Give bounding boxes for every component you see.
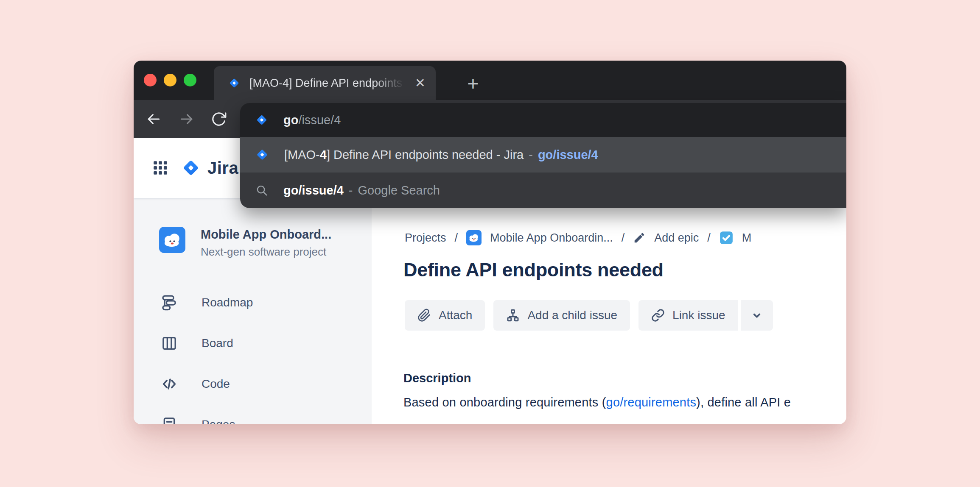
description-heading: Description (403, 371, 471, 385)
forward-icon[interactable] (179, 111, 195, 127)
attach-label: Attach (439, 309, 472, 322)
jira-favicon-icon (255, 148, 269, 161)
new-tab-button[interactable]: + (461, 72, 485, 95)
maximize-window-icon[interactable] (184, 74, 196, 86)
description-text: Based on onboarding requirements (go/req… (403, 395, 846, 409)
jira-favicon-icon (228, 77, 240, 89)
breadcrumb-project[interactable]: Mobile App Onboardin... (490, 231, 613, 245)
attach-button[interactable]: Attach (405, 300, 485, 331)
desktop-background: { "colors": { "page_background": "#fbe3e… (0, 0, 980, 487)
suggestion-url: go/issue/4 (538, 148, 598, 161)
sidebar-item-pages[interactable]: Pages (161, 415, 235, 424)
url-input[interactable]: go/issue/4 (240, 103, 846, 137)
project-subtitle: Next-gen software project (201, 245, 331, 259)
breadcrumb-separator: / (622, 231, 625, 245)
breadcrumb-separator: / (455, 231, 458, 245)
add-child-issue-label: Add a child issue (527, 309, 617, 322)
chevron-down-icon (750, 309, 763, 322)
project-name: Mobile App Onboard... (201, 228, 331, 242)
suggestion-google-search[interactable]: go/issue/4-Google Search (240, 173, 846, 208)
project-avatar-cloud-icon (466, 230, 482, 245)
url-completion-text: /issue/4 (298, 113, 341, 127)
link-issue-label: Link issue (672, 309, 725, 322)
breadcrumb-separator: / (707, 231, 711, 245)
tab-close-icon[interactable]: ✕ (415, 77, 426, 89)
suggestion-title-post: ] Define API endpoints needed - Jira (327, 148, 524, 161)
requirements-link[interactable]: go/requirements (606, 395, 697, 409)
reload-icon[interactable] (211, 111, 227, 127)
sidebar-item-label: Pages (202, 418, 235, 424)
issue-title: Define API endpoints needed (403, 259, 664, 281)
task-check-icon (719, 231, 734, 245)
tab-title: [MAO-4] Define API endpoints (249, 77, 409, 90)
link-icon (651, 309, 665, 322)
suggestion-text: [MAO-4] Define API endpoints needed - Ji… (284, 148, 598, 162)
close-window-icon[interactable] (144, 74, 157, 86)
pages-icon (161, 416, 178, 424)
suggestion-title-pre: [MAO- (284, 148, 320, 161)
breadcrumb-projects[interactable]: Projects (405, 231, 446, 245)
sidebar-item-label: Board (202, 337, 233, 350)
jira-favicon-icon (255, 114, 268, 126)
description-post: ), define all API e (696, 395, 791, 409)
search-icon (255, 184, 268, 197)
link-issue-button[interactable]: Link issue (638, 300, 738, 331)
suggestion-jira-issue[interactable]: [MAO-4] Define API endpoints needed - Ji… (240, 137, 846, 173)
sidebar-item-label: Roadmap (202, 296, 253, 309)
url-text: go/issue/4 (283, 113, 341, 127)
sidebar-item-board[interactable]: Board (161, 334, 233, 353)
url-typed-text: go (283, 113, 298, 127)
add-child-issue-button[interactable]: Add a child issue (493, 300, 630, 331)
sidebar-item-roadmap[interactable]: Roadmap (161, 293, 253, 312)
search-engine-label: Google Search (358, 184, 440, 197)
pencil-epic-icon (633, 231, 646, 244)
browser-tabstrip: [MAO-4] Define API endpoints ✕ + (134, 61, 846, 100)
jira-wordmark[interactable]: Jira (207, 159, 238, 178)
issue-action-buttons: Attach Add a child issue Link issue (405, 300, 773, 331)
suggestion-dash: - (529, 148, 533, 161)
breadcrumb-epic[interactable]: Add epic (654, 231, 699, 245)
board-icon (161, 335, 178, 352)
sidebar-item-label: Code (202, 377, 230, 391)
more-actions-button[interactable] (741, 300, 773, 331)
breadcrumb: Projects / Mobile App Onboardin... / Add… (405, 228, 846, 247)
search-query: go/issue/4 (283, 184, 344, 197)
window-controls (144, 74, 196, 86)
project-header[interactable]: Mobile App Onboard... Next-gen software … (159, 227, 331, 259)
sidebar-item-code[interactable]: Code (161, 374, 230, 394)
link-issue-button-group: Link issue (638, 300, 773, 331)
browser-window: [MAO-4] Define API endpoints ✕ + go/issu… (134, 61, 846, 424)
omnibox-dropdown: go/issue/4 [MAO-4] Define API endpoints … (240, 103, 846, 208)
project-avatar-cloud-icon (159, 227, 185, 253)
jira-logo-icon[interactable] (181, 158, 201, 178)
code-icon (161, 376, 178, 392)
breadcrumb-issue[interactable]: M (742, 231, 752, 245)
paperclip-icon (417, 309, 431, 322)
suggestion-dash: - (349, 184, 353, 197)
child-issue-hierarchy-icon (506, 309, 520, 322)
description-pre: Based on onboarding requirements ( (403, 395, 606, 409)
suggestion-title-match: 4 (320, 148, 327, 161)
app-switcher-grid-icon[interactable] (152, 160, 168, 176)
suggestion-text: go/issue/4-Google Search (283, 184, 440, 198)
browser-tab[interactable]: [MAO-4] Define API endpoints ✕ (214, 66, 436, 100)
back-icon[interactable] (146, 111, 162, 127)
minimize-window-icon[interactable] (164, 74, 176, 86)
project-sidebar: Mobile App Onboard... Next-gen software … (134, 198, 372, 424)
roadmap-icon (161, 294, 178, 311)
